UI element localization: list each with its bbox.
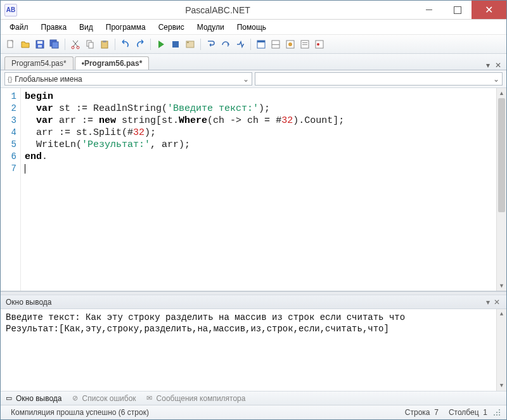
- line-number: 6: [1, 151, 16, 163]
- output-line: Результат:[Как,эту,строку,разделить,на,м…: [6, 323, 501, 334]
- code-line[interactable]: begin: [25, 91, 503, 103]
- tool-tab[interactable]: ▭Окно вывода: [4, 394, 62, 403]
- line-number: 5: [1, 139, 16, 151]
- toolbar-separator: [150, 39, 151, 50]
- code-editor[interactable]: 1234567 begin var st := ReadlnString('Вв…: [1, 88, 506, 291]
- code-line[interactable]: WriteLn('Результат:', arr);: [25, 139, 503, 151]
- resize-grip-icon[interactable]: [492, 408, 501, 417]
- svg-rect-23: [302, 44, 307, 45]
- output-scrollbar[interactable]: ▲ ▼: [496, 309, 506, 391]
- scroll-down-icon[interactable]: ▼: [497, 281, 506, 291]
- locals-icon[interactable]: [284, 38, 297, 51]
- scope-combo[interactable]: {} Глобальные имена ⌄: [4, 72, 252, 86]
- navigation-bar: {} Глобальные имена ⌄ ⌄: [1, 70, 506, 88]
- menu-модули[interactable]: Модули: [192, 22, 229, 33]
- watch-icon[interactable]: [269, 38, 282, 51]
- paste-icon[interactable]: [98, 38, 111, 51]
- editor-scrollbar[interactable]: ▲ ▼: [496, 88, 506, 291]
- redo-icon[interactable]: [134, 38, 146, 51]
- line-number: 3: [1, 115, 16, 127]
- tool-tab-label: Окно вывода: [16, 394, 62, 403]
- compile-icon[interactable]: [184, 38, 196, 51]
- menu-вид[interactable]: Вид: [74, 22, 98, 33]
- output-close-button[interactable]: ✕: [492, 298, 501, 307]
- tool-tab-label: Сообщения компилятора: [157, 394, 246, 403]
- output-panel[interactable]: Введите текст: Как эту строку разделить …: [1, 309, 506, 391]
- file-tab[interactable]: •Program56.pas*: [75, 56, 150, 70]
- svg-rect-11: [103, 41, 106, 42]
- trace-icon[interactable]: [234, 38, 247, 51]
- text-cursor: [25, 164, 25, 174]
- tool-tab[interactable]: ⊘Список ошибок: [71, 394, 136, 403]
- member-combo[interactable]: ⌄: [255, 72, 503, 86]
- svg-rect-26: [499, 414, 500, 416]
- maximize-button[interactable]: [443, 1, 472, 19]
- open-icon[interactable]: [19, 38, 32, 51]
- run-icon[interactable]: [155, 38, 167, 51]
- line-gutter: 1234567: [1, 88, 21, 291]
- svg-rect-3: [38, 45, 42, 48]
- svg-rect-18: [272, 44, 279, 45]
- undo-icon[interactable]: [119, 38, 132, 51]
- code-area[interactable]: begin var st := ReadlnString('Введите те…: [21, 88, 506, 291]
- braces-icon: {}: [8, 75, 12, 83]
- tab-menu-button[interactable]: ▾: [484, 61, 492, 70]
- menu-программа[interactable]: Программа: [101, 22, 151, 33]
- copy-icon[interactable]: [84, 38, 96, 51]
- line-number: 1: [1, 91, 16, 103]
- scope-combo-text: Глобальные имена: [15, 75, 243, 84]
- svg-point-20: [288, 42, 292, 46]
- file-tab[interactable]: Program54.pas*: [4, 56, 74, 70]
- app-icon: AB: [4, 4, 17, 16]
- code-line[interactable]: end.: [25, 151, 503, 163]
- chevron-down-icon: ⌄: [493, 75, 499, 84]
- save-icon[interactable]: [34, 38, 46, 51]
- code-line[interactable]: var arr := new string[st.Where(ch -> ch …: [25, 115, 503, 127]
- svg-rect-2: [37, 41, 42, 44]
- status-line: Строка 7: [400, 408, 444, 417]
- svg-rect-27: [496, 414, 497, 416]
- scroll-thumb[interactable]: [498, 98, 505, 212]
- close-button[interactable]: [472, 1, 506, 19]
- titlebar: AB PascalABC.NET: [1, 1, 506, 20]
- svg-rect-29: [494, 414, 495, 416]
- menu-сервис[interactable]: Сервис: [153, 22, 189, 33]
- code-line[interactable]: [25, 163, 503, 175]
- breakpoints-icon[interactable]: [313, 38, 326, 51]
- tool-tab-label: Список ошибок: [82, 394, 136, 403]
- menu-файл[interactable]: Файл: [4, 22, 34, 33]
- scroll-up-icon[interactable]: ▲: [497, 88, 506, 98]
- line-number: 2: [1, 103, 16, 115]
- code-line[interactable]: var st := ReadlnString('Введите текст:')…: [25, 103, 503, 115]
- tool-window-tabs: ▭Окно вывода⊘Список ошибок✉Сообщения ком…: [1, 391, 506, 405]
- toolbar-separator: [115, 39, 115, 50]
- minimize-button[interactable]: [414, 1, 443, 19]
- svg-point-25: [317, 43, 319, 46]
- scroll-down-icon[interactable]: ▼: [497, 381, 506, 391]
- cut-icon[interactable]: [69, 38, 82, 51]
- save-all-icon[interactable]: [48, 38, 61, 51]
- svg-rect-22: [302, 42, 307, 43]
- step-over-icon[interactable]: [219, 38, 232, 51]
- menu-помощь[interactable]: Помощь: [232, 22, 271, 33]
- output-panel-title: Окно вывода: [6, 298, 52, 307]
- output-line: Введите текст: Как эту строку разделить …: [6, 312, 501, 323]
- messages-icon: ✉: [145, 394, 154, 403]
- tool-tab[interactable]: ✉Сообщения компилятора: [145, 394, 246, 403]
- tab-close-button[interactable]: ✕: [494, 61, 503, 70]
- window-controls: [414, 1, 506, 19]
- menu-правка[interactable]: Правка: [36, 22, 72, 33]
- code-line[interactable]: arr := st.Split(#32);: [25, 127, 503, 139]
- line-number: 4: [1, 127, 16, 139]
- disasm-icon[interactable]: [298, 38, 311, 51]
- line-number: 7: [1, 163, 16, 175]
- stop-icon[interactable]: [169, 38, 182, 51]
- output-window-icon[interactable]: [255, 38, 267, 51]
- status-message: Компиляция прошла успешно (6 строк): [6, 408, 154, 417]
- new-file-icon[interactable]: [4, 38, 17, 51]
- toolbar-separator: [200, 39, 201, 50]
- svg-rect-12: [172, 41, 179, 48]
- output-menu-button[interactable]: ▾: [484, 298, 492, 307]
- step-into-icon[interactable]: [205, 38, 217, 51]
- scroll-up-icon[interactable]: ▲: [497, 309, 506, 319]
